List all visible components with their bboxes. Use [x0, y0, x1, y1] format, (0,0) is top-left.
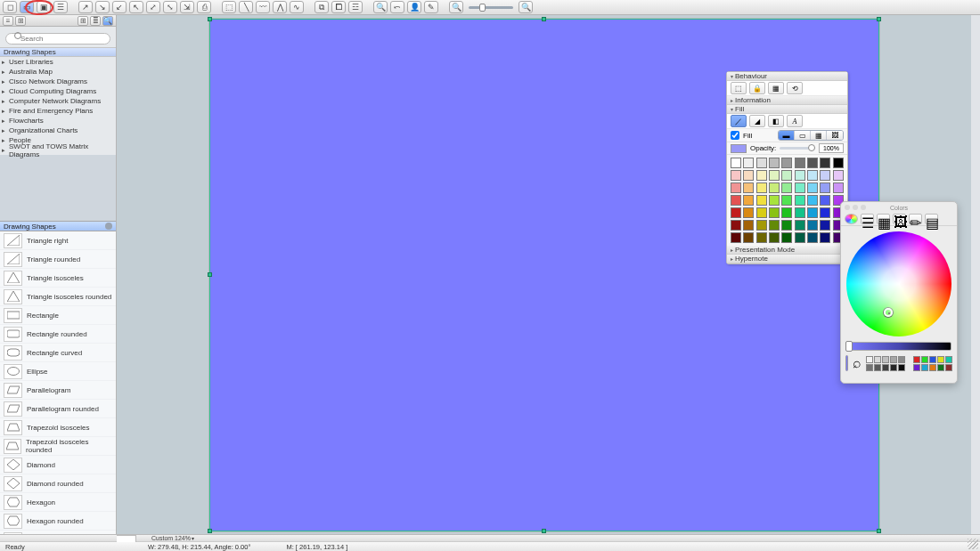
left-tab-grid[interactable]: ⊞	[15, 16, 26, 26]
resize-handle-tm[interactable]	[542, 17, 546, 21]
library-item[interactable]: Cloud Computing Diagrams	[0, 86, 116, 96]
left-tab-tiles[interactable]: ⊞	[78, 16, 88, 26]
fill-type-gradient[interactable]: ▭	[795, 131, 811, 140]
mini-swatch[interactable]	[913, 356, 920, 363]
tool-conn-1[interactable]: ↗	[78, 1, 93, 13]
fill-tab-fill[interactable]: ◢	[749, 115, 765, 127]
tool-group-2[interactable]: ⧠	[331, 1, 346, 13]
fill-tab-text[interactable]: A	[787, 115, 803, 127]
fill-type-image[interactable]: 🖼	[827, 131, 843, 140]
palette-swatch[interactable]	[795, 170, 805, 181]
library-header[interactable]: Drawing Shapes	[0, 47, 116, 57]
window-dot-2[interactable]	[853, 205, 858, 210]
zoom-menu-icon[interactable]: ▾	[192, 535, 194, 541]
palette-swatch[interactable]	[807, 207, 818, 218]
behaviour-tab-4[interactable]: ⟲	[787, 82, 803, 94]
cp-tab-palettes[interactable]: ▦	[877, 214, 890, 224]
library-item[interactable]: Fire and Emergency Plans	[0, 106, 116, 116]
tool-free[interactable]: ∿	[290, 1, 304, 13]
mini-swatch[interactable]	[890, 364, 897, 371]
palette-swatch[interactable]	[833, 182, 844, 193]
palette-swatch[interactable]	[731, 207, 741, 218]
palette-swatch[interactable]	[795, 182, 805, 193]
resize-handle-br[interactable]	[877, 529, 881, 533]
shapes-panel-header[interactable]: Drawing Shapes	[0, 221, 116, 231]
palette-swatch[interactable]	[731, 182, 741, 193]
palette-swatch[interactable]	[781, 195, 792, 206]
palette-swatch[interactable]	[756, 170, 767, 181]
palette-swatch[interactable]	[833, 158, 844, 168]
palette-swatch[interactable]	[769, 195, 780, 206]
opacity-value[interactable]: 100%	[819, 143, 844, 153]
library-item[interactable]: Flowcharts	[0, 116, 116, 126]
palette-swatch[interactable]	[807, 232, 818, 243]
section-hypernote[interactable]: Hypernote	[727, 255, 847, 263]
tool-3[interactable]: ▣	[37, 1, 51, 13]
palette-swatch[interactable]	[731, 195, 741, 206]
brightness-slider[interactable]	[846, 342, 951, 351]
mini-swatch[interactable]	[913, 364, 920, 371]
palette-swatch[interactable]	[731, 220, 741, 231]
fill-color-swatch[interactable]	[731, 144, 747, 153]
mini-swatch[interactable]	[945, 356, 952, 363]
resize-handle-tl[interactable]	[208, 17, 212, 21]
shape-item[interactable]: Parallelogram	[0, 381, 116, 400]
opacity-slider[interactable]	[780, 147, 815, 150]
library-item[interactable]: SWOT and TOWS Matrix Diagrams	[0, 145, 116, 155]
zoom-in-icon[interactable]: 🔍	[519, 1, 533, 13]
section-fill[interactable]: Fill	[727, 105, 847, 114]
library-item[interactable]: Organizational Charts	[0, 126, 116, 135]
resize-handle-bm[interactable]	[542, 529, 546, 533]
shape-item[interactable]: Parallelogram rounded	[0, 400, 116, 418]
cp-tab-sliders[interactable]: ☰	[861, 214, 874, 224]
tool-conn-2[interactable]: ↘	[95, 1, 110, 13]
shape-item[interactable]: Hexagon rounded	[0, 512, 116, 531]
palette-swatch[interactable]	[820, 195, 830, 206]
palette-swatch[interactable]	[807, 170, 818, 181]
palette-swatch[interactable]	[795, 232, 805, 243]
window-dot-3[interactable]	[861, 205, 866, 210]
shape-item[interactable]: Triangle right	[0, 231, 116, 250]
fill-tab-stroke[interactable]: ／	[731, 115, 747, 127]
shape-item[interactable]: Triangle isosceles	[0, 269, 116, 288]
shape-item[interactable]: Diamond	[0, 456, 116, 474]
palette-swatch[interactable]	[756, 232, 767, 243]
tool-4[interactable]: ☰	[53, 1, 68, 13]
cp-tab-crayons[interactable]: ✏	[909, 214, 922, 224]
shape-item[interactable]: Hexagon	[0, 493, 116, 512]
shape-item[interactable]: Ellipse	[0, 362, 116, 381]
zoom-out-icon[interactable]: 🔍	[449, 1, 463, 13]
palette-swatch[interactable]	[743, 158, 754, 168]
behaviour-tab-2[interactable]: 🔒	[749, 82, 765, 94]
tool-conn-6[interactable]: ⤡	[163, 1, 177, 13]
mini-swatch[interactable]	[898, 356, 905, 363]
shape-item[interactable]: Diamond rounded	[0, 474, 116, 493]
zoom-slider[interactable]	[469, 6, 513, 9]
palette-swatch[interactable]	[756, 158, 767, 168]
window-dot-1[interactable]	[845, 205, 850, 210]
tool-select[interactable]: ⬚	[222, 1, 236, 13]
palette-swatch[interactable]	[731, 170, 741, 181]
mini-swatch[interactable]	[945, 364, 952, 371]
fill-type-pattern[interactable]: ▦	[811, 131, 827, 140]
cp-tab-wheel[interactable]	[845, 214, 858, 224]
tool-curve[interactable]: 〰	[256, 1, 270, 13]
cp-tab-image[interactable]: 🖼	[893, 214, 906, 224]
resize-handle-bl[interactable]	[208, 529, 212, 533]
tool-conn-7[interactable]: ⇲	[180, 1, 194, 13]
palette-swatch[interactable]	[769, 220, 780, 231]
mini-swatch[interactable]	[866, 364, 873, 371]
section-behaviour[interactable]: Behaviour	[727, 72, 847, 81]
tool-line[interactable]: ╲	[239, 1, 253, 13]
palette-swatch[interactable]	[833, 170, 844, 181]
section-presentation[interactable]: Presentation Mode	[727, 246, 847, 255]
color-picker-titlebar[interactable]: Colors	[841, 202, 957, 213]
cp-tab-custom[interactable]: ▤	[925, 214, 938, 224]
tool-poly[interactable]: ⋀	[273, 1, 287, 13]
tool-user[interactable]: 👤	[407, 1, 421, 13]
palette-swatch[interactable]	[807, 158, 818, 168]
shape-item[interactable]: Triangle rounded	[0, 250, 116, 269]
mini-swatch[interactable]	[921, 356, 928, 363]
palette-swatch[interactable]	[731, 158, 741, 168]
palette-swatch[interactable]	[731, 232, 741, 243]
